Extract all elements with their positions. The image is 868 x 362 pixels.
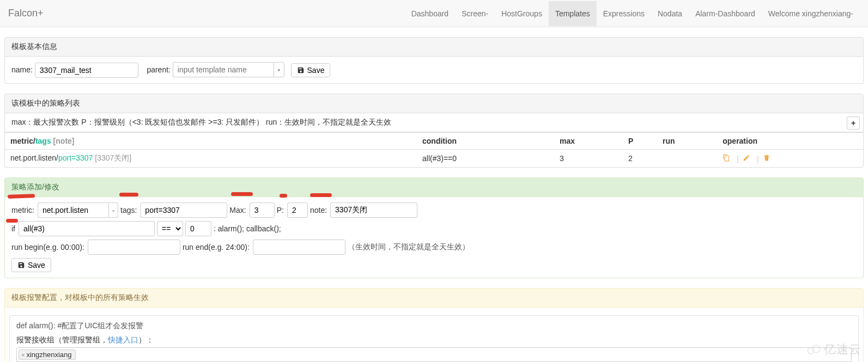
nav-welcome-user[interactable]: Welcome xingzhenxiang-: [762, 1, 860, 26]
row-condition: all(#3)==0: [417, 150, 554, 168]
col-operation: operation: [717, 133, 863, 150]
run-end-input[interactable]: [253, 240, 345, 255]
row-operations: | |: [717, 150, 863, 168]
op-select[interactable]: ==: [157, 221, 183, 236]
col-p: P: [623, 133, 657, 150]
threshold-input[interactable]: [185, 221, 211, 236]
add-strategy-button[interactable]: +: [847, 116, 860, 130]
save-strategy-label: Save: [28, 261, 45, 269]
top-navbar: Falcon+ Dashboard Screen- HostGroups Tem…: [0, 0, 868, 27]
panel-basic-title: 模板基本信息: [5, 38, 863, 57]
save-basic-label: Save: [307, 66, 325, 75]
row-note: [3307关闭]: [95, 154, 131, 162]
strategy-legend: max：最大报警次数 P：报警级别（<3: 既发短信也发邮件 >=3: 只发邮件…: [5, 113, 863, 132]
row-metric: net.port.listen/: [10, 154, 58, 162]
panel-list-title: 该模板中的策略列表: [5, 94, 863, 113]
parent-dropdown-toggle[interactable]: -: [274, 62, 284, 77]
tags-label: tags:: [120, 206, 137, 214]
p-input[interactable]: [287, 203, 308, 218]
nav-dashboard[interactable]: Dashboard: [405, 1, 456, 26]
metric-label: metric:: [11, 206, 34, 214]
recv-group-token[interactable]: xingzhenxiang: [19, 349, 76, 360]
tags-input[interactable]: [140, 203, 227, 218]
uic-shortcut-link[interactable]: 快捷入口: [108, 335, 138, 344]
template-name-input[interactable]: [35, 63, 138, 78]
metric-dropdown-toggle[interactable]: -: [108, 203, 118, 218]
col-max: max: [554, 133, 623, 150]
row-run: [657, 150, 717, 168]
panel-strategy-list: 该模板中的策略列表 max：最大报警次数 P：报警级别（<3: 既发短信也发邮件…: [4, 94, 864, 168]
save-basic-button[interactable]: Save: [291, 63, 331, 77]
run-begin-input[interactable]: [88, 240, 180, 255]
nav-templates[interactable]: Templates: [549, 1, 597, 26]
metric-input[interactable]: [38, 203, 108, 218]
col-run: run: [657, 133, 717, 150]
note-label: note:: [310, 206, 327, 214]
row-max: 3: [554, 150, 623, 168]
col-condition: condition: [417, 133, 554, 150]
nav-links: Dashboard Screen- HostGroups Templates E…: [405, 1, 860, 26]
run-end-label: run end(e.g. 24:00):: [183, 243, 250, 251]
legend-text: max：最大报警次数 P：报警级别（<3: 既发短信也发邮件 >=3: 只发邮件…: [11, 118, 391, 126]
alarm-block: def alarm(): #配置了UIC组才会发报警 报警接收组（管理报警组，快…: [9, 315, 859, 362]
panel-basic-info: 模板基本信息 name: parent: - Save: [4, 37, 864, 84]
save-icon: [297, 66, 305, 74]
nav-expressions[interactable]: Expressions: [597, 1, 651, 26]
if-func-input[interactable]: [19, 221, 155, 236]
recv-label-row: 报警接收组（管理报警组，快捷入口）：: [16, 335, 852, 345]
nav-nodata[interactable]: Nodata: [651, 1, 689, 26]
max-label: Max:: [229, 206, 246, 214]
col-metric: metric/tags [note]: [5, 133, 417, 150]
edit-icon[interactable]: [743, 155, 752, 163]
nav-alarm-dashboard[interactable]: Alarm-Dashboard: [689, 1, 762, 26]
strategy-table: metric/tags [note] condition max P run o…: [5, 132, 863, 167]
run-begin-label: run begin(e.g. 00:00):: [11, 243, 84, 251]
nav-screen[interactable]: Screen-: [455, 1, 495, 26]
save-strategy-button[interactable]: Save: [11, 258, 51, 272]
recv-group-input[interactable]: xingzhenxiang: [16, 347, 852, 362]
after-text: : alarm(); callback();: [214, 224, 281, 233]
alarm-def: def alarm(): #配置了UIC组才会发报警: [16, 321, 852, 331]
row-p: 2: [623, 150, 657, 168]
if-label: if: [11, 224, 15, 233]
run-note: （生效时间，不指定就是全天生效）: [348, 242, 470, 252]
p-label: P:: [277, 206, 284, 214]
table-row: net.port.listen/port=3307 [3307关闭] all(#…: [5, 150, 863, 168]
clone-icon[interactable]: [723, 155, 732, 163]
save-icon: [17, 261, 25, 269]
note-input[interactable]: [330, 203, 417, 218]
nav-hostgroups[interactable]: HostGroups: [495, 1, 549, 26]
panel-strategy-edit: 策略添加/修改 metric: - tags: Max: P:: [4, 177, 864, 278]
row-tags: port=3307: [58, 154, 93, 162]
max-input[interactable]: [250, 203, 275, 218]
name-label: name:: [11, 65, 33, 74]
parent-input[interactable]: [173, 62, 274, 77]
table-header-row: metric/tags [note] condition max P run o…: [5, 133, 863, 150]
panel-alarm-title: 模板报警配置，对模板中的所有策略生效: [5, 289, 863, 308]
panel-alarm-config: 模板报警配置，对模板中的所有策略生效 def alarm(): #配置了UIC组…: [4, 288, 864, 362]
brand[interactable]: Falcon+: [8, 8, 44, 19]
delete-icon[interactable]: [763, 155, 770, 163]
parent-label: parent:: [147, 65, 171, 74]
